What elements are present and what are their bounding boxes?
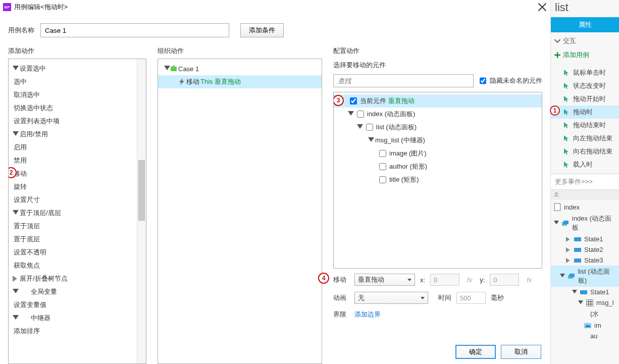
ol-water[interactable]: (水: [551, 308, 619, 320]
event-dragging[interactable]: 1 拖动时: [551, 106, 619, 119]
cursor-icon: [563, 135, 570, 142]
organize-box: Case 1 移动 This 垂直拖动: [158, 59, 322, 364]
event-click[interactable]: 鼠标单击时: [551, 66, 619, 79]
action-focus[interactable]: 获取焦点: [9, 259, 146, 272]
widget-msglist[interactable]: msg_list (中继器): [334, 134, 542, 147]
action-select[interactable]: 选中: [9, 75, 146, 88]
hide-unnamed-toggle[interactable]: 隐藏未命名的元件: [478, 73, 542, 89]
action-set-var[interactable]: 设置变量值: [9, 298, 146, 311]
action-row-move[interactable]: 移动 This 垂直拖动: [158, 75, 322, 88]
action-resize[interactable]: 设置尺寸: [9, 193, 146, 206]
anim-type-select[interactable]: 无: [354, 292, 428, 304]
case-icon: [170, 65, 177, 72]
action-set-list-sel[interactable]: 设置列表选中项: [9, 115, 146, 128]
svg-rect-37: [586, 299, 593, 306]
case-name-input[interactable]: [40, 23, 229, 37]
marker-4: 4: [318, 273, 329, 284]
widget-title[interactable]: title (矩形): [334, 173, 542, 186]
cursor-icon: [563, 69, 570, 76]
event-state-change[interactable]: 状态改变时: [551, 79, 619, 92]
ol-index-page[interactable]: index: [551, 202, 619, 213]
action-front[interactable]: 置于顶层: [9, 220, 146, 233]
action-unselect[interactable]: 取消选中: [9, 88, 146, 101]
group-zorder[interactable]: 置于顶层/底层: [9, 206, 146, 220]
event-list: 鼠标单击时 状态改变时 拖动开始时 1 拖动时 拖动结束时 向左拖动结束 向右拖…: [551, 64, 619, 174]
widget-image[interactable]: image (图片): [334, 147, 542, 160]
action-add-sort[interactable]: 添加排序: [9, 325, 146, 338]
add-bound-link[interactable]: 添加边界: [354, 310, 381, 319]
svg-rect-33: [570, 274, 575, 277]
page-icon: [554, 203, 561, 211]
group-repeater[interactable]: 中继器: [9, 311, 146, 325]
svg-marker-19: [564, 148, 569, 154]
state-icon: [574, 248, 581, 252]
axure-app-icon: RP: [3, 3, 11, 11]
add-case-button[interactable]: 添加用例: [551, 48, 619, 64]
outline-collapse[interactable]: [551, 190, 619, 200]
cursor-icon: [563, 122, 570, 129]
move-type-select[interactable]: 垂直拖动: [354, 274, 415, 286]
widget-index[interactable]: index (动态面板): [334, 108, 542, 121]
group-enable[interactable]: 启用/禁用: [9, 128, 146, 141]
widget-author[interactable]: author (矩形): [334, 160, 542, 173]
fx-x-button[interactable]: fx: [465, 276, 475, 284]
widget-current[interactable]: 3 当前元件 垂直拖动: [334, 94, 542, 108]
ol-state3[interactable]: State3: [551, 255, 619, 266]
anim-label: 动画: [333, 293, 349, 302]
group-global-var[interactable]: 全局变量: [9, 285, 146, 298]
ol-state1[interactable]: State1: [551, 234, 619, 244]
time-label: 时间: [438, 293, 451, 302]
ol-msglist[interactable]: msg_l: [551, 297, 619, 308]
ol-index-dp[interactable]: index (动态面板: [551, 213, 619, 234]
add-condition-button[interactable]: 添加条件: [240, 23, 284, 37]
fx-y-button[interactable]: fx: [524, 276, 534, 284]
properties-tab[interactable]: 属性: [551, 17, 619, 32]
collapse-icon: [553, 191, 560, 198]
close-button[interactable]: [537, 2, 547, 12]
repeater-icon: [586, 299, 593, 306]
ol-list-state1[interactable]: State1: [551, 287, 619, 297]
action-rotate[interactable]: 旋转: [9, 180, 146, 193]
widget-list[interactable]: list (动态面板): [334, 121, 542, 134]
widget-search-input[interactable]: [333, 74, 474, 87]
ol-list-dp[interactable]: list (动态面板): [551, 266, 619, 287]
x-input[interactable]: 0: [430, 274, 459, 286]
action-enable[interactable]: 启用: [9, 141, 146, 154]
time-input[interactable]: 500: [456, 292, 486, 304]
marker-3: 3: [333, 95, 344, 106]
action-toggle-select[interactable]: 切换选中状态: [9, 101, 146, 115]
svg-rect-28: [574, 248, 581, 252]
group-set-selected[interactable]: 设置选中: [9, 62, 146, 75]
interactions-section[interactable]: 交互: [551, 32, 619, 48]
action-opacity[interactable]: 设置不透明: [9, 246, 146, 259]
marker-2: 2: [9, 167, 17, 178]
inspector-title: list: [551, 0, 619, 17]
svg-rect-24: [563, 221, 569, 224]
ok-button[interactable]: 确定: [455, 345, 496, 359]
more-events[interactable]: 更多事件>>>: [551, 174, 619, 190]
event-drag-end[interactable]: 拖动结束时: [551, 119, 619, 132]
chevron-right-icon: [566, 258, 571, 263]
ol-au[interactable]: au: [551, 331, 619, 341]
case-editor-dialog: RP 用例编辑<拖动时> 用例名称 添加条件 添加动作 设置选中 选中: [0, 0, 551, 364]
event-swipe-right[interactable]: 向右拖动结束: [551, 145, 619, 158]
action-back[interactable]: 置于底层: [9, 233, 146, 246]
actions-scrollbar[interactable]: [137, 59, 146, 363]
y-input[interactable]: 0: [490, 274, 519, 286]
event-drag-start[interactable]: 拖动开始时: [551, 92, 619, 106]
cancel-button[interactable]: 取消: [501, 345, 541, 359]
cursor-icon: [563, 109, 570, 116]
action-expand-tree[interactable]: 展开/折叠树节点: [9, 272, 146, 285]
event-load[interactable]: 载入时: [551, 158, 619, 171]
ol-state2[interactable]: State2: [551, 244, 619, 255]
hide-unnamed-checkbox[interactable]: [480, 74, 486, 87]
svg-marker-25: [566, 237, 570, 242]
move-row: 4 移动 垂直拖动 x: 0 fx y: 0 fx: [333, 274, 542, 286]
case-row[interactable]: Case 1: [158, 62, 322, 75]
action-disable[interactable]: 禁用: [9, 154, 146, 167]
current-checkbox[interactable]: [350, 97, 357, 105]
event-swipe-left[interactable]: 向左拖动结束: [551, 132, 619, 145]
svg-marker-5: [13, 315, 19, 320]
action-move[interactable]: 2 移动: [9, 167, 146, 180]
ol-im[interactable]: im: [551, 320, 619, 331]
